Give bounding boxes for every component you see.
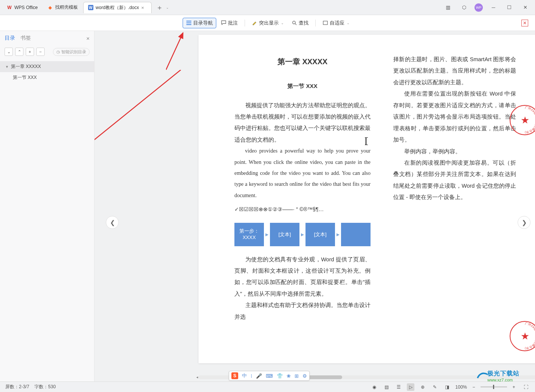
fit-label: 自适应 — [330, 20, 344, 26]
chevron-down-icon: ⌄ — [347, 21, 350, 25]
titlebar: W WPS Office ◆ 找稻壳模板 W word教程（新）.docx × … — [0, 0, 535, 15]
svg-text:广州XX有限公司(有限合伙): 广州XX有限公司(有限合伙) — [524, 322, 535, 350]
template-icon: ◆ — [48, 5, 53, 10]
zoom-out-button[interactable]: − — [470, 383, 478, 391]
fit-button[interactable]: 自适应 ⌄ — [319, 18, 353, 28]
reading-toolbar: 目录导航 批注 突出显示 ⌄ 查找 自适应 ⌄ ✕ — [0, 15, 535, 31]
fit-icon — [323, 20, 328, 26]
zoom-in-button[interactable]: + — [510, 383, 518, 391]
reading-view-icon[interactable]: ▷ — [407, 383, 414, 391]
window-controls: ▥ ⬡ WP ─ ☐ ✕ — [443, 2, 535, 13]
comment-icon — [221, 20, 226, 26]
find-button[interactable]: 查找 — [288, 18, 312, 28]
tab-document[interactable]: W word教程（新）.docx × — [83, 2, 152, 13]
toc-item-label: 第一章 XXXXX — [11, 63, 41, 70]
word-count[interactable]: 字数：530 — [34, 384, 56, 390]
paragraph: 主题和样式也有助于文档保持协调。当您单击设计并选 — [234, 299, 371, 323]
prev-page-button[interactable]: ❮ — [106, 216, 119, 229]
user-avatar[interactable]: WP — [475, 3, 483, 12]
search-icon — [292, 20, 297, 26]
sidebar-tab-bookmark[interactable]: 书签 — [20, 35, 31, 42]
add-item-button[interactable]: + — [26, 48, 34, 56]
annotation-arrow — [95, 70, 181, 145]
ime-tool-icon[interactable]: ❀ — [287, 373, 291, 379]
new-tab-button[interactable]: ＋ — [155, 3, 164, 12]
document-canvas[interactable]: 第一章 XXXXX 第一节 XXX 视频提供了功能强大的方法帮助您证明您的观点。… — [95, 31, 535, 381]
zoom-slider[interactable] — [481, 386, 507, 387]
close-reading-mode-button[interactable]: ✕ — [521, 20, 528, 26]
sidebar-tools: ⌄ ⌃ + − ◷ 智能识别目录 — [0, 45, 94, 58]
svg-text:广州XX有限公司(有限合伙): 广州XX有限公司(有限合伙) — [524, 106, 535, 134]
fullscreen-icon[interactable]: ⛶ — [522, 383, 530, 391]
smart-label: 智能识别目录 — [61, 49, 86, 55]
heading-chapter: 第一章 XXXXX — [234, 54, 371, 69]
smartart-step — [341, 223, 371, 246]
site-logo-icon — [477, 370, 488, 380]
maximize-button[interactable]: ☐ — [504, 2, 515, 13]
page-layout-icon[interactable]: ▤ — [383, 383, 390, 391]
red-stamp-seal: 广州XX有限公司(有限合伙) — [510, 105, 535, 135]
paragraph: 举例内容，举例内容。 — [393, 146, 516, 157]
svg-rect-1 — [186, 23, 191, 23]
draft-view-icon[interactable]: ✎ — [431, 383, 439, 391]
svg-line-10 — [95, 70, 181, 144]
catalog-nav-button[interactable]: 目录导航 — [183, 18, 216, 28]
svg-rect-2 — [186, 24, 191, 25]
outline-view-icon[interactable]: ☰ — [395, 383, 402, 391]
separator — [245, 20, 245, 26]
collapse-all-button[interactable]: ⌄ — [5, 48, 13, 56]
zoom-value[interactable]: 100% — [455, 384, 467, 390]
smart-detect-toc-button[interactable]: ◷ 智能识别目录 — [53, 48, 90, 56]
close-window-button[interactable]: ✕ — [520, 2, 530, 13]
site-watermark: 极光下载站 www.xz7.com — [487, 370, 533, 382]
toc-item-chapter1[interactable]: ▼ 第一章 XXXXX — [0, 61, 94, 72]
svg-line-9 — [166, 33, 183, 70]
minimize-button[interactable]: ─ — [488, 2, 499, 13]
ime-skin-icon[interactable]: 👕 — [277, 373, 283, 379]
web-view-icon[interactable]: ⊕ — [419, 383, 426, 391]
layout-icon[interactable]: ▥ — [443, 2, 453, 13]
next-page-button[interactable]: ❯ — [518, 216, 530, 229]
remove-item-button[interactable]: − — [36, 48, 45, 56]
cube-icon[interactable]: ⬡ — [459, 2, 469, 13]
eye-view-icon[interactable]: ◉ — [371, 383, 378, 391]
red-stamp-seal: 广州XX有限公司(有限合伙) — [510, 321, 535, 351]
paragraph: 为使您的文档具有专业外观，Word 提供了页眉、页脚、封面和文本框设计，这些设计… — [234, 254, 371, 300]
heading-section: 第一节 XXX — [234, 80, 371, 92]
sidebar-tab-toc[interactable]: 目录 — [5, 35, 15, 42]
page-indicator[interactable]: 屏数：2-3/7 — [5, 384, 29, 390]
document-page: 第一章 XXXXX 第一节 XXX 视频提供了功能强大的方法帮助您证明您的观点。… — [198, 35, 535, 363]
comment-button[interactable]: 批注 — [218, 18, 241, 28]
status-bar: 屏数：2-3/7 字数：530 ◉ ▤ ☰ ▷ ⊕ ✎ ◨ 100% − + ⛶ — [0, 381, 535, 392]
clock-icon: ◷ — [56, 49, 60, 54]
tab-wps-office[interactable]: W WPS Office — [2, 2, 42, 13]
ime-toolbar[interactable]: S 中 ⁞ 🎤 ⌨ 👕 ❀ ⊞ ⚙ — [229, 371, 310, 381]
smartart-step: [文本] — [305, 223, 335, 246]
tab-templates[interactable]: ◆ 找稻壳模板 — [43, 2, 82, 13]
chevron-down-icon: ⌄ — [281, 21, 284, 25]
ime-keyboard-icon[interactable]: ⌨ — [266, 373, 273, 379]
toc-item-section1[interactable]: 第一节 XXX — [0, 72, 94, 83]
smartart-process: 第一步：XXXX ▸ [文本] ▸ [文本] ▸ — [234, 223, 371, 246]
tab-label: 找稻壳模板 — [55, 4, 78, 11]
find-label: 查找 — [299, 20, 309, 26]
ime-punct-icon[interactable]: ⁞ — [251, 373, 252, 379]
ime-grid-icon[interactable]: ⊞ — [295, 373, 299, 379]
expand-all-button[interactable]: ⌃ — [15, 48, 23, 56]
paragraph-english: video provides a powerful way to help yo… — [234, 145, 371, 201]
highlight-button[interactable]: 突出显示 ⌄ — [249, 18, 287, 28]
sidebar-close-button[interactable]: × — [86, 35, 90, 42]
tabs-overflow-icon[interactable]: ⌄ — [166, 6, 169, 9]
ime-voice-icon[interactable]: 🎤 — [256, 373, 262, 379]
symbols-line: ✓☒☑☒☒⊗⊗①②③——· ° ©®™§¶… — [234, 204, 371, 215]
ime-lang[interactable]: 中 — [242, 372, 247, 379]
ime-settings-icon[interactable]: ⚙ — [302, 373, 307, 379]
paragraph: 在新的阅读视图中阅读更加容易。可以（折叠文档）某些部分并关注所需文本。如果在达到… — [393, 157, 516, 203]
column-left: 第一章 XXXXX 第一节 XXX 视频提供了功能强大的方法帮助您证明您的观点。… — [234, 54, 371, 323]
split-view-icon[interactable]: ◨ — [443, 383, 451, 391]
scroll-left-arrow-icon[interactable]: ◂ — [196, 375, 198, 379]
tab-close-button[interactable]: × — [141, 5, 147, 11]
tab-label: word教程（新）.docx — [96, 5, 139, 11]
comment-label: 批注 — [228, 20, 238, 26]
sidebar-tabs: 目录 书签 × — [0, 31, 94, 45]
